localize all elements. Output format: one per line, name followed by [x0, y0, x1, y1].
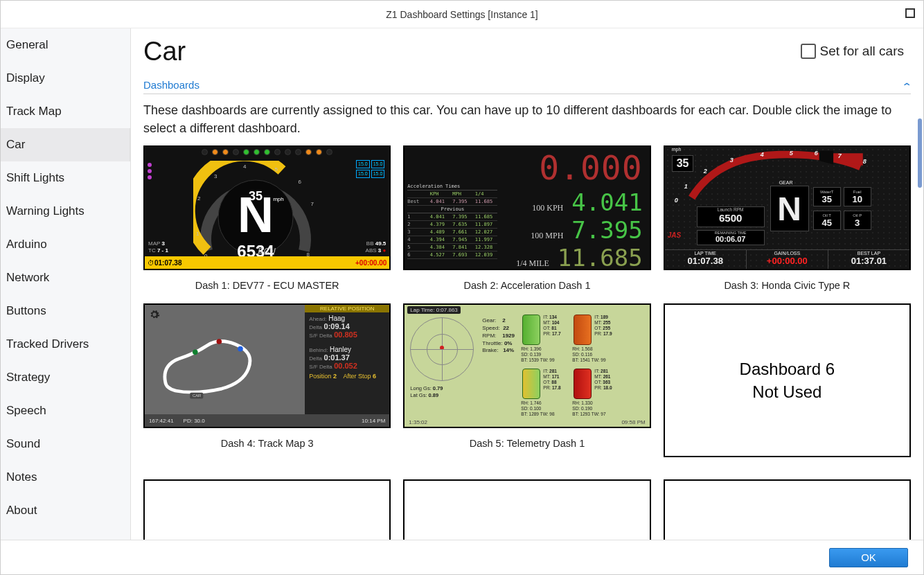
sidebar-item-strategy[interactable]: Strategy — [1, 361, 130, 394]
sidebar-item-tracked-drivers[interactable]: Tracked Drivers — [1, 328, 130, 361]
bottombar: OK — [1, 540, 923, 574]
window: Z1 Dashboard Settings [Instance 1] Gener… — [0, 0, 924, 575]
sidebar-item-warning-lights[interactable]: Warning Lights — [1, 195, 130, 228]
dashboard-thumb-7[interactable] — [143, 479, 391, 540]
body: GeneralDisplayTrack MapCarShift LightsWa… — [1, 28, 923, 540]
svg-point-1 — [238, 346, 243, 352]
content[interactable]: Car Set for all cars Dashboards ⌃ These … — [131, 28, 923, 540]
scrollbar[interactable] — [918, 118, 922, 188]
sidebar-item-shift-lights[interactable]: Shift Lights — [1, 161, 130, 195]
sidebar-item-arduino[interactable]: Arduino — [1, 228, 130, 261]
dashboard-slot-2: 0.000 Acceleration Times KPHMPH1/4 Best4… — [403, 145, 650, 291]
dashboards-section-header[interactable]: Dashboards ⌃ — [143, 79, 911, 94]
chevron-up-icon[interactable]: ⌃ — [901, 81, 913, 92]
dashboard-caption: Dash 4: Track Map 3 — [221, 438, 314, 449]
dashboard-thumb-9[interactable] — [664, 479, 911, 540]
dashboard-caption: Dash 3: Honda Civic Type R — [724, 280, 850, 291]
page-title: Car — [143, 37, 911, 67]
dashboard-slot-5: Lap Time: 0:07.863 Long Gs: 0.79 Lat Gs:… — [403, 303, 650, 467]
sidebar-item-about[interactable]: About — [1, 494, 130, 527]
set-for-all-cars-checkbox[interactable]: Set for all cars — [801, 44, 904, 59]
dashboard-thumb-2[interactable]: 0.000 Acceleration Times KPHMPH1/4 Best4… — [403, 145, 650, 270]
main: Car Set for all cars Dashboards ⌃ These … — [131, 28, 923, 540]
dashboard-caption: Dash 5: Telemetry Dash 1 — [470, 438, 585, 449]
gear-icon — [149, 309, 160, 320]
ok-button[interactable]: OK — [829, 548, 908, 567]
dashboard-thumb-1[interactable]: 0 1 2 3 4 5 6 7 8 35 mph — [143, 145, 391, 270]
dashboard-thumb-8[interactable] — [403, 479, 650, 540]
section-description: These dashboards are currently assigned … — [143, 101, 911, 137]
sidebar-item-speech[interactable]: Speech — [1, 394, 130, 427]
sidebar-item-buttons[interactable]: Buttons — [1, 294, 130, 328]
sidebar-item-general[interactable]: General — [1, 28, 130, 62]
svg-text:CAR: CAR — [193, 394, 201, 398]
dashboard-slot-3: 0 1 2 3 4 5 6 7 8 mph 35 — [664, 145, 911, 291]
sidebar: GeneralDisplayTrack MapCarShift LightsWa… — [1, 28, 131, 540]
dashboard-slot-7 — [143, 479, 391, 540]
dashboard-slot-1: 0 1 2 3 4 5 6 7 8 35 mph — [143, 145, 391, 291]
sidebar-item-sound[interactable]: Sound — [1, 427, 130, 461]
sidebar-item-network[interactable]: Network — [1, 261, 130, 294]
svg-point-2 — [217, 339, 222, 344]
sidebar-item-display[interactable]: Display — [1, 62, 130, 95]
dashboard-slot-4: CAR RELATIVE POSITION Ahead: Haag Delta … — [143, 303, 391, 467]
dashboard-slot-9 — [664, 479, 911, 540]
dashboard-thumb-4[interactable]: CAR RELATIVE POSITION Ahead: Haag Delta … — [143, 303, 391, 428]
dashboard-grid: 0 1 2 3 4 5 6 7 8 35 mph — [143, 145, 911, 540]
dashboard-thumb-6[interactable]: Dashboard 6Not Used — [664, 303, 911, 457]
titlebar: Z1 Dashboard Settings [Instance 1] — [1, 1, 923, 28]
sidebar-item-notes[interactable]: Notes — [1, 461, 130, 494]
svg-point-3 — [193, 350, 198, 355]
dashboard-caption: Dash 2: Acceleration Dash 1 — [464, 280, 591, 291]
window-title: Z1 Dashboard Settings [Instance 1] — [386, 9, 537, 20]
maximize-icon[interactable] — [905, 8, 915, 18]
checkbox-icon[interactable] — [801, 44, 816, 59]
set-all-label: Set for all cars — [820, 44, 904, 59]
dashboard-caption: Dash 1: DEV77 - ECU MASTER — [195, 280, 339, 291]
section-label: Dashboards — [143, 79, 199, 94]
dashboard-thumb-5[interactable]: Lap Time: 0:07.863 Long Gs: 0.79 Lat Gs:… — [403, 303, 650, 428]
sidebar-item-car[interactable]: Car — [1, 128, 130, 161]
dashboard-thumb-3[interactable]: 0 1 2 3 4 5 6 7 8 mph 35 — [664, 145, 911, 270]
sidebar-item-track-map[interactable]: Track Map — [1, 95, 130, 128]
dashboard-slot-6: Dashboard 6Not Used — [664, 303, 911, 467]
dashboard-slot-8 — [403, 479, 650, 540]
